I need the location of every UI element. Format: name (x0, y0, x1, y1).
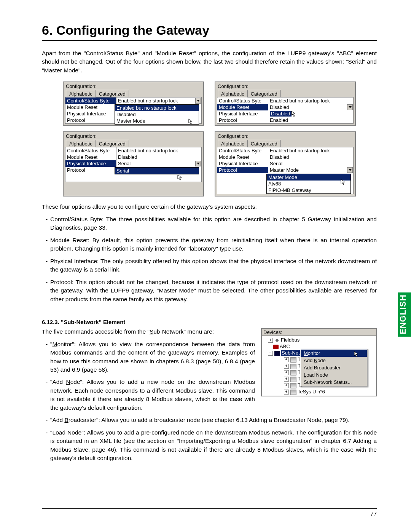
language-tab: ENGLISH (398, 292, 411, 337)
menu-item-load-node[interactable]: Load Node (301, 371, 367, 379)
list-item: "Add Broadcaster": Allows you to add a b… (46, 416, 377, 424)
menu-item-add-broadcaster[interactable]: Add Broadcaster (301, 364, 367, 371)
dropdown-option[interactable]: Atv68 (267, 181, 350, 187)
context-menu: Monitor Add Node Add Broadcaster Load No… (300, 349, 368, 387)
row-pr-value[interactable]: Master Mode (268, 167, 354, 173)
list-item: Physical Interface: The only possibility… (46, 257, 377, 274)
dropdown-button[interactable] (195, 161, 201, 166)
sub-heading: 6.12.3. "Sub-Network" Element (42, 319, 377, 325)
row-pr-value: Enabled (268, 117, 354, 123)
row-mr-label[interactable]: Module Reset (65, 154, 116, 160)
row-pr-label[interactable]: Protocol (217, 117, 268, 123)
dropdown-option[interactable]: Disabled (115, 111, 199, 118)
dropdown-option[interactable]: FIPIO-MB Gateway (267, 187, 350, 193)
list-item: Protocol: This option should not be chan… (46, 278, 377, 304)
dropdown-option[interactable]: Serial (115, 168, 199, 174)
tab-alphabetic[interactable]: Alphabetic (66, 90, 96, 97)
row-pr-label[interactable]: Protocol (65, 167, 116, 173)
list-item: Control/Status Byte: The three possibili… (46, 215, 377, 232)
config-window-2: Configuration: AlphabeticCategorized Con… (215, 81, 356, 126)
row-csb-value: Enabled but no startup lock (268, 97, 354, 104)
tab-categorized[interactable]: Categorized (96, 140, 129, 147)
tab-alphabetic[interactable]: Alphabetic (66, 140, 96, 147)
row-pi-value[interactable]: Serial (116, 160, 202, 167)
tree-header: Devices: (262, 329, 376, 336)
row-mr-label[interactable]: Module Reset (65, 104, 116, 110)
tab-categorized[interactable]: Categorized (247, 90, 281, 97)
list-item: Module Reset: By default, this option pr… (46, 236, 377, 253)
page-footer: 77 (42, 508, 377, 517)
row-csb-label[interactable]: Control/Status Byte (217, 97, 268, 104)
intro-paragraph: Apart from the "Control/Status Byte" and… (42, 49, 377, 75)
row-mr-value[interactable]: Disabled (268, 104, 354, 110)
row-mr-value: Disabled (116, 154, 202, 160)
tab-categorized[interactable]: Categorized (96, 90, 129, 97)
dropdown-option[interactable]: Enabled but no startup lock (115, 105, 199, 111)
row-pr-label[interactable]: Protocol (217, 167, 268, 173)
tabstrip: AlphabeticCategorized (215, 89, 355, 97)
row-pi-value: Serial (268, 160, 354, 167)
row-csb-label[interactable]: Control/Status Byte (65, 97, 116, 104)
dropdown-option[interactable]: Master Mode (267, 174, 350, 181)
page-title: 6. Configuring the Gateway (42, 23, 377, 41)
menu-item-subnetwork-status[interactable]: Sub-Network Status... (301, 379, 367, 386)
config-window-3: Configuration: AlphabeticCategorized Con… (63, 131, 204, 197)
page-number: 77 (370, 510, 377, 517)
after-shots-paragraph: These four options allow you to configur… (42, 203, 377, 211)
row-pi-value: Disabled (268, 110, 354, 117)
tab-categorized[interactable]: Categorized (247, 140, 281, 147)
row-csb-value[interactable]: Enabled but no startup lock (116, 97, 202, 104)
config-label: Configuration: (215, 82, 355, 89)
dropdown-list[interactable]: Master Mode Atv68 FIPIO-MB Gateway (266, 174, 351, 194)
row-mr-label[interactable]: Module Reset (217, 154, 268, 160)
row-pi-label[interactable]: Physical Interface (217, 160, 268, 167)
dropdown-button[interactable] (195, 98, 201, 104)
option-list: Control/Status Byte: The three possibili… (42, 215, 377, 304)
row-pi-label[interactable]: Physical Interface (65, 110, 116, 117)
dropdown-button[interactable] (347, 104, 353, 110)
row-csb-value: Enabled but no startup lock (268, 147, 354, 154)
config-label: Configuration: (215, 132, 355, 139)
subnetwork-menu-list-cont: "Add Broadcaster": Allows you to add a b… (42, 416, 377, 462)
dropdown-list[interactable]: Serial (115, 167, 199, 174)
config-window-1: Configuration: AlphabeticCategorized Con… (63, 81, 204, 126)
tab-alphabetic[interactable]: Alphabetic (218, 140, 248, 147)
row-pi-label[interactable]: Physical Interface (65, 160, 116, 167)
config-label: Configuration: (64, 132, 203, 139)
cursor-icon (291, 111, 297, 117)
dropdown-list[interactable]: Enabled but no startup lock Disabled Mas… (115, 104, 199, 125)
config-label: Configuration: (64, 82, 203, 89)
dropdown-button[interactable] (347, 167, 353, 173)
row-csb-label[interactable]: Control/Status Byte (217, 147, 268, 154)
row-mr-label[interactable]: Module Reset (217, 104, 268, 110)
menu-item-add-node[interactable]: Add Node (301, 357, 367, 364)
tabstrip: AlphabeticCategorized (64, 89, 203, 97)
menu-item-monitor[interactable]: Monitor (301, 350, 367, 357)
tabstrip: AlphabeticCategorized (64, 139, 203, 147)
row-pi-label[interactable]: Physical Interface (217, 110, 268, 117)
row-mr-value: Disabled (268, 154, 354, 160)
tabstrip: AlphabeticCategorized (215, 139, 355, 147)
config-window-4: Configuration: AlphabeticCategorized Con… (215, 131, 356, 197)
row-csb-label[interactable]: Control/Status Byte (65, 147, 116, 154)
row-csb-value: Enabled but no startup lock (116, 147, 202, 154)
list-item: "Load Node": Allows you to add a pre-con… (46, 428, 377, 463)
row-pr-label[interactable]: Protocol (65, 117, 116, 123)
tab-alphabetic[interactable]: Alphabetic (218, 90, 248, 97)
dropdown-option[interactable]: Master Mode (115, 118, 199, 124)
